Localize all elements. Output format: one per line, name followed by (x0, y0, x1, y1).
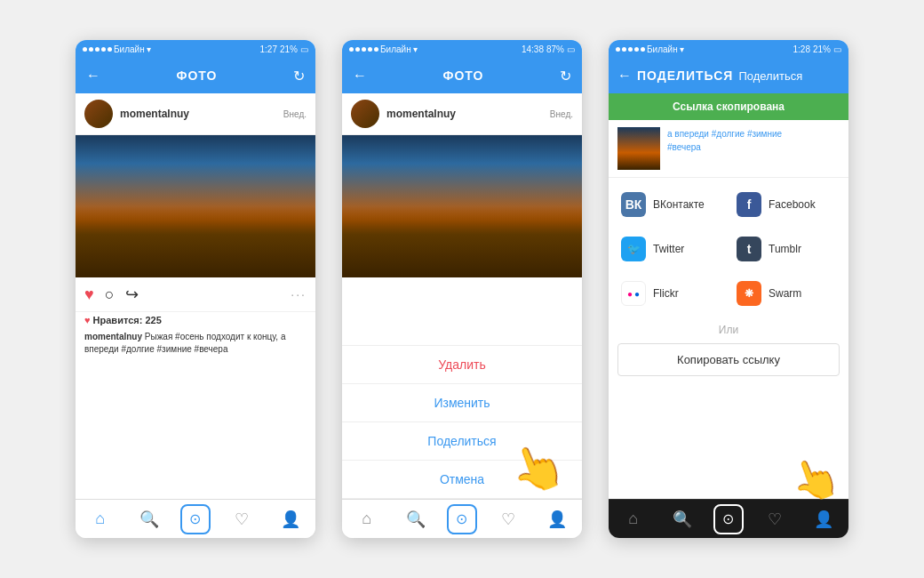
status-left-1: Билайн ▾ (83, 44, 151, 54)
status-bar-2: Билайн ▾ 14:38 87% ▭ (342, 40, 582, 58)
signal-dots-2 (349, 47, 378, 52)
battery-2: 87% (546, 44, 564, 54)
avatar-1 (84, 100, 113, 128)
carrier-3: Билайн (647, 44, 678, 54)
username-1: momentalnuy (120, 108, 283, 120)
bottom-nav-1: ⌂ 🔍 ⊙ ♡ 👤 (76, 499, 315, 538)
nav-search-3[interactable]: 🔍 (665, 502, 700, 537)
nav-camera-2[interactable]: ⊙ (447, 504, 477, 534)
nav-search-2[interactable]: 🔍 (398, 502, 434, 537)
photo-trees-1 (76, 206, 315, 277)
photo-2 (342, 135, 582, 277)
twitter-label: Twitter (653, 243, 684, 255)
tumblr-label: Tumblr (769, 243, 801, 255)
back-button-2[interactable]: ← (353, 68, 367, 84)
nav-profile-2[interactable]: 👤 (539, 502, 575, 537)
nav-heart-1[interactable]: ♡ (224, 502, 259, 537)
nav-camera-1[interactable]: ⊙ (180, 504, 211, 534)
actions-row-1: ♥ ○ ↪ ··· (76, 277, 315, 312)
bottom-nav-2: ⌂ 🔍 ⊙ ♡ 👤 (342, 499, 582, 538)
caption-1: momentalnuy Рыжая #осень подходит к конц… (76, 328, 315, 361)
nav-camera-3[interactable]: ⊙ (713, 504, 744, 534)
photo-trees-2 (342, 206, 582, 277)
header-title-1: ФОТО (177, 68, 218, 83)
share-twitter[interactable]: 🐦 Twitter (617, 231, 724, 267)
nav-profile-3[interactable]: 👤 (806, 502, 841, 537)
username-2: momentalnuy (386, 108, 550, 120)
preview-caption: а впереди #долгие #зимние #вечера (667, 127, 782, 154)
time-1: 1:27 (260, 44, 277, 54)
share-tumblr[interactable]: t Tumblr (733, 231, 840, 267)
menu-edit[interactable]: Изменить (342, 384, 582, 422)
status-bar-3: Билайн ▾ 1:28 21% ▭ (609, 40, 848, 58)
nav-home-2[interactable]: ⌂ (349, 502, 385, 537)
menu-delete[interactable]: Удалить (342, 346, 582, 384)
fb-icon: f (737, 192, 761, 217)
phone-3: Билайн ▾ 1:28 21% ▭ ← ПОДЕЛИТЬСЯ Поделит… (609, 40, 848, 538)
vk-label: ВКонтакте (653, 198, 705, 211)
like-icon[interactable]: ♥ (84, 285, 94, 304)
fb-label: Facebook (769, 198, 816, 211)
share-grid: ВК ВКонтакте f Facebook 🐦 Twitter t Tumb… (609, 178, 848, 320)
more-icon[interactable]: ··· (291, 287, 307, 301)
likes-heart: ♥ (84, 315, 91, 325)
nav-home-3[interactable]: ⌂ (616, 502, 651, 537)
avatar-2 (351, 100, 379, 128)
wifi-icon-2: ▾ (413, 44, 418, 54)
signal-dots (83, 47, 112, 52)
time-3: 1:28 (793, 44, 810, 54)
battery-3: 21% (813, 44, 831, 54)
share-fb[interactable]: f Facebook (733, 187, 840, 222)
copy-link-button[interactable]: Копировать ссылку (617, 343, 840, 376)
header-1: ← ФОТО ↻ (76, 58, 315, 93)
status-left-2: Билайн ▾ (349, 44, 418, 54)
share-preview: а впереди #долгие #зимние #вечера (609, 120, 848, 178)
twitter-icon: 🐦 (621, 237, 646, 261)
refresh-button-1[interactable]: ↻ (293, 68, 305, 84)
carrier-2: Билайн (380, 44, 411, 54)
battery-icon-1: ▭ (300, 44, 308, 54)
user-row-2: momentalnuy Внед. (342, 93, 582, 135)
or-divider: Или (609, 320, 848, 340)
share-header: ← ПОДЕЛИТЬСЯ Поделиться (609, 58, 848, 93)
refresh-button-2[interactable]: ↻ (560, 68, 571, 84)
share-icon[interactable]: ↪ (125, 285, 139, 304)
flickr-label: Flickr (653, 287, 679, 300)
status-bar-1: Билайн ▾ 1:27 21% ▭ (76, 40, 315, 58)
header-title-2: ФОТО (443, 68, 484, 83)
battery-icon-3: ▭ (833, 44, 841, 54)
time-badge-2: Внед. (550, 109, 573, 119)
share-swarm[interactable]: ❋ Swarm (733, 276, 840, 311)
share-title-light[interactable]: Поделиться (738, 69, 802, 83)
time-badge-1: Внед. (283, 109, 307, 119)
header-2: ← ФОТО ↻ (342, 58, 582, 93)
status-right-2: 14:38 87% ▭ (522, 44, 575, 54)
comment-icon[interactable]: ○ (105, 285, 115, 304)
status-right-1: 1:27 21% ▭ (260, 44, 308, 54)
wifi-icon-3: ▾ (680, 44, 684, 54)
nav-search-1[interactable]: 🔍 (131, 502, 167, 537)
signal-dots-3 (616, 47, 645, 52)
flickr-icon: ●● (621, 281, 646, 306)
battery-icon-2: ▭ (567, 44, 575, 54)
phone-1: Билайн ▾ 1:27 21% ▭ ← ФОТО ↻ momentalnuy… (76, 40, 315, 538)
user-row-1: momentalnuy Внед. (76, 93, 315, 135)
back-button-3[interactable]: ← (617, 68, 632, 84)
nav-heart-2[interactable]: ♡ (490, 502, 526, 537)
copied-banner: Ссылка скопирована (609, 93, 848, 120)
back-button-1[interactable]: ← (86, 68, 100, 84)
likes-row: ♥ Нравится: 225 (76, 312, 315, 328)
share-vk[interactable]: ВК ВКонтакте (617, 187, 724, 222)
phone-2: Билайн ▾ 14:38 87% ▭ ← ФОТО ↻ momentalnu… (342, 40, 582, 538)
likes-count: Нравится: 225 (93, 315, 162, 325)
share-flickr[interactable]: ●● Flickr (617, 276, 724, 311)
preview-thumb (617, 127, 660, 170)
status-right-3: 1:28 21% ▭ (793, 44, 841, 54)
carrier-1: Билайн (114, 44, 145, 54)
nav-profile-1[interactable]: 👤 (273, 502, 308, 537)
tumblr-icon: t (737, 237, 761, 261)
nav-heart-3[interactable]: ♡ (757, 502, 793, 537)
status-left-3: Билайн ▾ (616, 44, 684, 54)
wifi-icon: ▾ (147, 44, 151, 54)
nav-home-1[interactable]: ⌂ (83, 502, 118, 537)
